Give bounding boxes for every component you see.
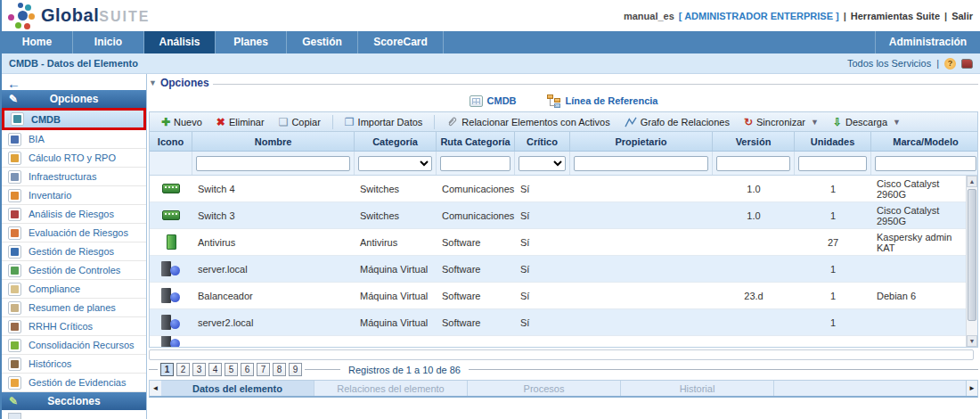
table-row[interactable]: Switch 3 Switches Comunicaciones Sí 1.0 …: [150, 202, 968, 229]
tab-historial[interactable]: Historial: [621, 381, 774, 396]
back-arrow-icon[interactable]: ←: [7, 76, 20, 91]
separator: |: [944, 11, 947, 21]
page-button-4[interactable]: 4: [208, 363, 222, 376]
filter-propietario-input[interactable]: [574, 156, 708, 171]
filter-unidades-input[interactable]: [798, 156, 867, 171]
mailbox-icon[interactable]: [961, 59, 973, 69]
nav-tab-inicio[interactable]: Inicio: [73, 31, 144, 53]
nav-tab-home[interactable]: Home: [2, 31, 73, 53]
scrollbar-thumb[interactable]: [968, 189, 976, 321]
records-info: Registros de 1 a 10 de 86: [343, 365, 466, 375]
page-button-7[interactable]: 7: [257, 363, 270, 376]
sidebar-item-cmdb[interactable]: CMDB: [2, 108, 146, 130]
table-row[interactable]: Balanceador Máquina Virtual Software Sí …: [150, 283, 968, 309]
sidebar-item-compliance[interactable]: Compliance: [2, 280, 146, 299]
table-row[interactable]: Antivirus Antivirus Software Sí 27 Kaspe…: [150, 229, 968, 256]
sidebar-item-calculo-rto-rpo[interactable]: Cálculo RTO y RPO: [2, 149, 146, 168]
page-button-3[interactable]: 3: [192, 363, 206, 376]
filter-marca-modelo-input[interactable]: [875, 156, 976, 171]
nav-tab-planes[interactable]: Planes: [216, 31, 287, 53]
scroll-down-arrow-icon[interactable]: ▼: [967, 335, 977, 347]
eliminar-button[interactable]: ✖ Eliminar: [210, 112, 271, 131]
tab-datos-del-elemento[interactable]: Datos del elemento: [161, 381, 314, 396]
page-button-1[interactable]: 1: [160, 363, 174, 376]
importar-datos-button[interactable]: ❐ Importar Datos: [339, 112, 429, 131]
sidebar-item-analisis-de-riesgos[interactable]: Análisis de Riesgos: [2, 205, 146, 224]
tab-procesos[interactable]: Procesos: [468, 381, 621, 396]
sidebar-item-resumen-de-planes[interactable]: Resumen de planes: [2, 299, 146, 317]
column-header-marca-modelo[interactable]: Marca/Modelo: [871, 132, 980, 151]
bottom-tab-strip: ◄ Datos del elemento Relaciones del elem…: [149, 380, 978, 398]
page-button-6[interactable]: 6: [241, 363, 254, 376]
todos-los-servicios-link[interactable]: Todos los Servicios: [847, 58, 931, 69]
graph-icon: [625, 117, 637, 127]
view-link-cmdb[interactable]: CMDB: [470, 95, 517, 107]
nuevo-button[interactable]: ✚ Nuevo: [155, 112, 208, 131]
herramientas-suite-link[interactable]: Herramientas Suite: [851, 11, 940, 21]
risk-analysis-icon: [8, 208, 21, 221]
sidebar: ← ✎ Opciones CMDB BIA Cálculo RTO y RPO …: [2, 74, 147, 419]
table-row-partial[interactable]: [150, 336, 968, 347]
help-icon[interactable]: ?: [944, 58, 956, 70]
column-header-ruta-categoria[interactable]: Ruta Categoría: [437, 132, 515, 151]
sidebar-item-rrhh-criticos[interactable]: RRHH Críticos: [2, 317, 146, 336]
page-button-2[interactable]: 2: [176, 363, 190, 376]
column-header-critico[interactable]: Crítico: [515, 132, 570, 151]
hr-critical-icon: [8, 320, 21, 333]
column-header-unidades[interactable]: Unidades: [795, 132, 871, 151]
column-header-version[interactable]: Versión: [713, 132, 795, 151]
sidebar-item-evaluacion-de-riesgos[interactable]: Evaluación de Riesgos: [2, 224, 146, 242]
sidebar-item-infraestructuras[interactable]: Infraestructuras: [2, 168, 146, 186]
copiar-button[interactable]: ❏ Copiar: [273, 112, 327, 131]
main-content: ▼ Opciones CMDB Línea de Referencia ✚ Nu…: [147, 74, 980, 419]
copy-icon: ❏: [279, 117, 289, 127]
sync-icon: ↻: [744, 117, 753, 127]
sidebar-item-consolidacion-recursos[interactable]: Consolidación Recursos: [2, 336, 146, 355]
controls-icon: [8, 264, 21, 277]
page-button-5[interactable]: 5: [225, 363, 238, 376]
sincronizar-button[interactable]: ↻ Sincronizar ▼: [738, 112, 825, 131]
sidebar-item-historicos[interactable]: Históricos: [2, 355, 146, 374]
table-row[interactable]: Switch 4 Switches Comunicaciones Sí 1.0 …: [150, 176, 968, 202]
paperclip-icon: [446, 116, 458, 127]
page-button-8[interactable]: 8: [273, 363, 286, 376]
tabs-scroll-left-icon[interactable]: ◄: [150, 381, 161, 396]
opciones-collapsible[interactable]: ▼ Opciones: [149, 76, 978, 90]
sidebar-item-gestion-de-riesgos[interactable]: Gestión de Riesgos: [2, 242, 146, 261]
descarga-button[interactable]: ⇩ Descarga ▼: [827, 112, 907, 131]
sidebar-item-inventario[interactable]: Inventario: [2, 186, 146, 205]
nav-tab-scorecard[interactable]: ScoreCard: [358, 31, 444, 53]
vertical-scrollbar[interactable]: ▲ ▼: [966, 176, 977, 347]
sidebar-item-gestion-de-evidencias[interactable]: Gestión de Evidencias: [2, 374, 146, 392]
sidebar-section-opciones: ✎ Opciones: [2, 90, 146, 108]
column-header-nombre[interactable]: Nombre: [192, 132, 355, 151]
sidebar-section-secciones[interactable]: ✎ Secciones: [2, 392, 146, 410]
horizontal-scrollbar[interactable]: [149, 349, 974, 360]
view-link-linea-de-referencia[interactable]: Línea de Referencia: [547, 94, 658, 107]
sidebar-item-bia[interactable]: BIA: [2, 130, 146, 149]
grafo-de-relaciones-button[interactable]: Grafo de Relaciones: [618, 112, 736, 131]
column-header-propietario[interactable]: Propietario: [570, 132, 713, 151]
filter-version-input[interactable]: [716, 156, 790, 171]
column-header-icono[interactable]: Icono: [150, 132, 192, 151]
filter-critico-select[interactable]: [519, 156, 566, 171]
nav-tab-analisis[interactable]: Análisis: [144, 31, 216, 53]
tabs-scroll-right-icon[interactable]: ►: [966, 381, 977, 396]
filter-categoria-select[interactable]: [358, 156, 432, 171]
filter-nombre-input[interactable]: [196, 156, 350, 171]
history-book-icon: [8, 357, 21, 371]
page-button-9[interactable]: 9: [289, 363, 302, 376]
tab-relaciones-del-elemento[interactable]: Relaciones del elemento: [314, 381, 468, 396]
table-row[interactable]: server2.local Máquina Virtual Software S…: [150, 309, 968, 336]
table-row[interactable]: server.local Máquina Virtual Software Sí…: [150, 256, 968, 283]
sidebar-item-gestion-de-controles[interactable]: Gestión de Controles: [2, 261, 146, 280]
logout-link[interactable]: Salir: [951, 11, 973, 21]
relacionar-elementos-button[interactable]: Relacionar Elementos con Activos: [440, 112, 616, 131]
scroll-up-arrow-icon[interactable]: ▲: [967, 176, 977, 187]
filter-ruta-categoria-input[interactable]: [440, 156, 510, 171]
table-body: Switch 4 Switches Comunicaciones Sí 1.0 …: [150, 176, 977, 347]
toolbar: ✚ Nuevo ✖ Eliminar ❏ Copiar ❐ Importar D…: [149, 111, 978, 132]
nav-tab-administracion[interactable]: Administración: [875, 31, 980, 53]
nav-tab-gestion[interactable]: Gestión: [287, 31, 358, 53]
column-header-categoria[interactable]: Categoría: [355, 132, 437, 151]
